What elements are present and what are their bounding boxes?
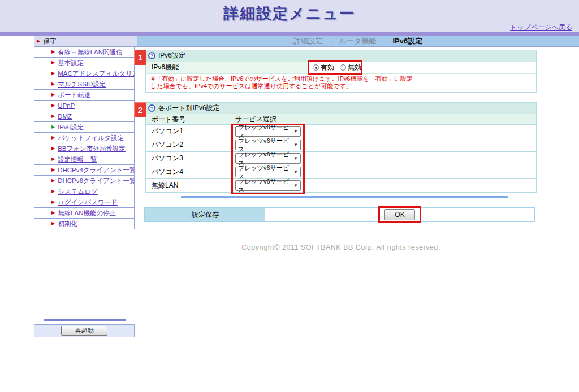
port-name-cell: 無線LAN [146, 181, 235, 190]
top-page-link[interactable]: トップページへ戻る [510, 23, 572, 32]
sidebar-item[interactable]: ▶ポート転送 [34, 90, 134, 101]
save-settings-row: 設定保存 OK [144, 207, 535, 222]
sidebar-item-label: 有線⇔無線LAN間通信 [58, 47, 122, 57]
ok-button[interactable]: OK [384, 209, 415, 220]
chevron-down-icon: ▼ [293, 183, 298, 188]
sidebar-item-label: パケットフィルタ設定 [58, 133, 124, 143]
section-ipv6-title: IPv6設定 [158, 51, 185, 60]
sidebar-item[interactable]: ▶有線⇔無線LAN間通信 [34, 47, 134, 58]
triangle-bullet-icon: ▶ [51, 154, 55, 164]
triangle-bullet-icon: ▶ [51, 165, 55, 175]
triangle-bullet-icon: ▶ [37, 36, 40, 46]
section-ipv6-setting: ? IPv6設定 IPv6機能 有効無効 ※「有効」に設定した場合、IPv6での… [145, 50, 537, 93]
sidebar-item[interactable]: ▶BBフォン市外局番設定 [34, 143, 134, 154]
sidebar-item[interactable]: ▶IPv6設定 [34, 122, 134, 133]
service-select-dropdown[interactable]: フレッツv6サービス▼ [235, 180, 301, 191]
ipv6-function-label: IPv6機能 [146, 62, 309, 73]
sidebar-item-label: UPnP [58, 101, 75, 111]
section-port-title: 各ポート別IPv6設定 [158, 103, 220, 113]
help-icon[interactable]: ? [148, 52, 155, 59]
port-table-row: 無線LANフレッツv6サービス▼ [146, 178, 536, 192]
sidebar-item-label: マルチSSID設定 [58, 79, 106, 89]
radio-option-unselected[interactable]: 無効 [340, 63, 361, 72]
sidebar-item-label: MACアドレスフィルタリング [58, 68, 134, 79]
ipv6-function-radio-group: 有効無効 [309, 62, 536, 73]
sidebar-item[interactable]: ▶DMZ [34, 111, 134, 122]
service-select-dropdown[interactable]: フレッツv6サービス▼ [235, 153, 301, 164]
service-select-dropdown[interactable]: フレッツv6サービス▼ [235, 167, 301, 177]
page-header: 詳細設定メニュー トップページへ戻る [0, 0, 579, 32]
triangle-bullet-icon: ▶ [51, 186, 55, 197]
sidebar-item[interactable]: ▶システムログ [34, 186, 134, 197]
port-table-row: パソコン2フレッツv6サービス▼ [146, 138, 536, 151]
triangle-bullet-icon: ▶ [51, 47, 55, 57]
radio-button-icon[interactable] [313, 64, 319, 71]
chevron-down-icon: ▼ [293, 142, 298, 147]
triangle-bullet-icon: ▶ [51, 90, 55, 100]
help-icon[interactable]: ? [148, 104, 155, 112]
ipv6-note-line-1: ※「有効」に設定した場合、IPv6でのサービスをご利用頂けます。IPv6機能を「… [150, 75, 533, 82]
save-settings-body: OK [265, 208, 534, 221]
sidebar-item[interactable]: ▶マルチSSID設定 [34, 79, 134, 90]
breadcrumb-item: IPv6設定 [392, 37, 422, 45]
service-select-dropdown[interactable]: フレッツv6サービス▼ [235, 126, 301, 137]
sidebar-item-label: 基本設定 [58, 58, 84, 68]
radio-option-label: 有効 [321, 63, 334, 72]
sidebar-item-label: 初期化 [58, 219, 77, 229]
sidebar-item[interactable]: ▶設定情報一覧 [34, 154, 134, 165]
sidebar-item[interactable]: ▶パケットフィルタ設定 [34, 133, 134, 143]
chevron-down-icon: ▼ [293, 169, 298, 175]
dropdown-selected-value: フレッツv6サービス [238, 177, 293, 194]
triangle-bullet-icon: ▶ [51, 143, 55, 154]
sidebar-item[interactable]: ▶初期化 [34, 219, 134, 229]
restart-button[interactable]: 再起動 [61, 326, 107, 336]
sidebar-item-label: システムログ [58, 186, 98, 197]
sidebar-item-label: 無線LAN機能の停止 [58, 208, 116, 218]
sidebar-item[interactable]: ▶UPnP [34, 101, 134, 111]
triangle-bullet-icon: ▶ [51, 79, 55, 89]
port-table-body: パソコン1フレッツv6サービス▼パソコン2フレッツv6サービス▼パソコン3フレッ… [146, 124, 536, 192]
breadcrumb-item: ルータ機能 [339, 37, 377, 45]
save-settings-label: 設定保存 [145, 208, 265, 221]
sidebar-item[interactable]: ▶DHCPv4クライアント一覧 [34, 165, 134, 176]
section-port-ipv6: ? 各ポート別IPv6設定 ポート番号 サービス選択 パソコン1フレッツv6サー… [145, 102, 537, 193]
chevron-down-icon: ▼ [293, 129, 298, 134]
sidebar-item-label: 設定情報一覧 [58, 154, 97, 164]
port-table-row: パソコン1フレッツv6サービス▼ [146, 124, 536, 138]
ipv6-function-row: IPv6機能 有効無効 [146, 61, 536, 73]
radio-option-label: 無効 [348, 63, 361, 72]
sidebar-item[interactable]: ▶DHCPv6クライアント一覧 [34, 176, 134, 186]
header-divider-bar [0, 32, 579, 36]
sidebar-item-label: ポート転送 [58, 90, 90, 100]
radio-option-selected[interactable]: 有効 [313, 63, 334, 72]
ipv6-note-line-2: した場合でも、IPv4でのサービスは通常通り使用することが可能です。 [150, 82, 533, 90]
port-table-row: パソコン4フレッツv6サービス▼ [146, 165, 536, 178]
triangle-bullet-icon: ▶ [51, 122, 55, 132]
breadcrumb-item: 詳細設定 [293, 37, 323, 45]
radio-button-icon[interactable] [340, 64, 346, 71]
sidebar-item[interactable]: ▶MACアドレスフィルタリング [34, 68, 134, 79]
triangle-bullet-icon: ▶ [51, 58, 55, 68]
port-table-header: ポート番号 サービス選択 [146, 114, 536, 124]
sidebar-item[interactable]: ▶無線LAN機能の停止 [34, 208, 134, 219]
step-badge-2: 2 [134, 102, 146, 117]
triangle-bullet-icon: ▶ [51, 111, 55, 121]
sidebar-item-label: DMZ [58, 111, 72, 121]
page-title: 詳細設定メニュー [0, 3, 579, 24]
step-badge-1: 1 [134, 50, 146, 65]
breadcrumb: 詳細設定→ルータ機能→IPv6設定 [137, 36, 579, 46]
section-ipv6-header: ? IPv6設定 [146, 50, 536, 61]
sidebar-item[interactable]: ▶ログインパスワード [34, 197, 134, 208]
sidebar-nav: ▶詳細設定▶有線・無線LAN共通▶IPアドレス/DHCPサーバ▶有線⇔無線LAN… [34, 36, 135, 229]
router-admin-page: 詳細設定メニュー トップページへ戻る ▶詳細設定▶有線・無線LAN共通▶IPアド… [0, 0, 579, 392]
port-name-cell: パソコン2 [146, 140, 235, 150]
sidebar-divider [44, 319, 126, 321]
sidebar-item-label: IPv6設定 [58, 122, 84, 132]
sidebar-item[interactable]: ▶基本設定 [34, 58, 134, 68]
triangle-bullet-icon: ▶ [51, 176, 55, 186]
service-select-dropdown[interactable]: フレッツv6サービス▼ [235, 140, 301, 150]
sidebar-item-label: ログインパスワード [58, 197, 118, 207]
breadcrumb-arrow-icon: → [327, 37, 335, 45]
chevron-down-icon: ▼ [293, 156, 298, 161]
sidebar-item-label: 保守 [43, 36, 56, 46]
